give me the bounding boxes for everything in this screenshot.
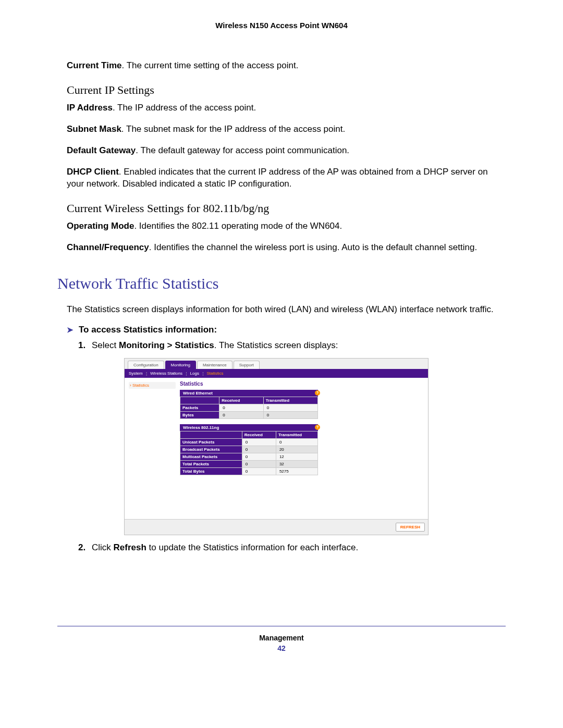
row-label: Packets [180, 404, 219, 412]
subnav-system[interactable]: System [129, 371, 143, 376]
wired-table: Received Transmitted Packets 0 0 Bytes [180, 397, 318, 419]
tab-monitoring[interactable]: Monitoring [165, 361, 196, 369]
step-2: 2. Click Refresh to update the Statistic… [92, 542, 506, 553]
row-tx: 0 [263, 412, 317, 419]
panel-title: Statistics [180, 381, 424, 387]
step-1: 1. Select Monitoring > Statistics. The S… [92, 340, 506, 535]
row-rx: 0 [242, 468, 276, 475]
default-gw-desc: Default Gateway. The default gateway for… [67, 145, 496, 157]
subnet-mask-desc: Subnet Mask. The subnet mask for the IP … [67, 124, 496, 135]
wireless-settings-heading: Current Wireless Settings for 802.11b/bg… [67, 202, 496, 215]
wired-col-received: Received [219, 397, 264, 404]
dhcp-term: DHCP Client [67, 167, 119, 177]
row-rx: 0 [219, 412, 264, 419]
row-label: Multicast Packets [180, 453, 242, 461]
table-row: Total Bytes 0 5275 [180, 468, 318, 475]
subnet-mask-text: . The subnet mask for the IP address of … [121, 124, 345, 134]
table-row: Broadcast Packets 0 20 [180, 446, 318, 453]
row-tx: 12 [276, 453, 317, 461]
wireless-col-received: Received [242, 431, 276, 439]
wired-col-transmitted: Transmitted [263, 397, 317, 404]
row-label: Bytes [180, 412, 219, 419]
row-label: Total Packets [180, 461, 242, 468]
subnet-mask-term: Subnet Mask [67, 124, 121, 134]
row-tx: 5275 [276, 468, 317, 475]
wired-ethernet-label: Wired Ethernet [183, 391, 213, 396]
row-rx: 0 [242, 461, 276, 468]
help-icon[interactable]: ? [315, 425, 320, 430]
table-row: Total Packets 0 32 [180, 461, 318, 468]
tab-maintenance[interactable]: Maintenance [197, 361, 232, 369]
dhcp-desc: DHCP Client. Enabled indicates that the … [67, 166, 496, 190]
row-tx: 0 [263, 404, 317, 412]
row-rx: 0 [242, 453, 276, 461]
step2-bold: Refresh [114, 542, 146, 552]
channel-desc: Channel/Frequency. Identifies the channe… [67, 242, 496, 254]
doc-header: Wireless N150 Access Point WN604 [57, 21, 506, 30]
step1-post: . The Statistics screen displays: [214, 340, 338, 350]
row-rx: 0 [219, 404, 264, 412]
access-procedure-heading: ➤To access Statistics information: [67, 325, 496, 335]
wireless-section: Wireless 802.11ng ? Received Transmitted [180, 424, 318, 475]
wireless-table: Received Transmitted Unicast Packets 0 0… [180, 431, 318, 475]
row-label: Broadcast Packets [180, 446, 242, 453]
statistics-panel: Statistics Wired Ethernet ? Received [178, 380, 426, 517]
row-label: Unicast Packets [180, 439, 242, 446]
shot-footer: REFRESH [125, 519, 428, 535]
row-tx: 0 [276, 439, 317, 446]
current-time-text: . The current time setting of the access… [122, 60, 299, 70]
table-row: Multicast Packets 0 12 [180, 453, 318, 461]
page-number: 42 [57, 644, 506, 652]
footer-section: Management [57, 634, 506, 642]
row-tx: 32 [276, 461, 317, 468]
step1-bold: Monitoring > Statistics [119, 340, 214, 350]
arrow-icon: ➤ [67, 325, 74, 334]
step2-post: to update the Statistics information for… [146, 542, 358, 552]
default-gw-term: Default Gateway [67, 145, 136, 155]
table-row: Unicast Packets 0 0 [180, 439, 318, 446]
ip-settings-heading: Current IP Settings [67, 83, 496, 97]
current-time-desc: Current Time. The current time setting o… [67, 60, 496, 72]
wired-col-blank [180, 397, 219, 404]
op-mode-text: . Identifies the 802.11 operating mode o… [134, 221, 342, 231]
op-mode-term: Operating Mode [67, 221, 134, 231]
channel-text: . Identifies the channel the wireless po… [149, 242, 477, 252]
stats-intro: The Statistics screen displays informati… [67, 304, 496, 316]
wireless-header: Wireless 802.11ng ? [180, 424, 318, 431]
network-traffic-heading: Network Traffic Statistics [57, 275, 506, 292]
subnav-statistics[interactable]: Statistics [206, 371, 223, 376]
ip-address-text: . The IP address of the access point. [113, 103, 256, 113]
help-icon[interactable]: ? [315, 390, 320, 396]
subnav-wireless-stations[interactable]: Wireless Stations [150, 371, 182, 376]
ip-address-term: IP Address [67, 103, 113, 113]
wireless-label: Wireless 802.11ng [183, 425, 219, 430]
wired-ethernet-header: Wired Ethernet ? [180, 390, 318, 397]
table-row: Packets 0 0 [180, 404, 318, 412]
op-mode-desc: Operating Mode. Identifies the 802.11 op… [67, 220, 496, 232]
sidebar: Statistics [127, 380, 178, 517]
dhcp-text: . Enabled indicates that the current IP … [67, 167, 488, 189]
access-label: To access Statistics information: [79, 325, 217, 335]
sub-nav: System ¦ Wireless Stations ¦ Logs ¦ Stat… [125, 369, 428, 378]
statistics-screenshot: Configuration Monitoring Maintenance Sup… [124, 358, 429, 535]
default-gw-text: . The default gateway for access point c… [136, 145, 349, 155]
wireless-col-blank [180, 431, 242, 439]
row-rx: 0 [242, 446, 276, 453]
tab-support[interactable]: Support [234, 361, 260, 369]
wireless-col-transmitted: Transmitted [276, 431, 317, 439]
sidebar-item-statistics[interactable]: Statistics [129, 382, 176, 389]
step1-pre: Select [92, 340, 119, 350]
refresh-button[interactable]: REFRESH [396, 523, 425, 532]
channel-term: Channel/Frequency [67, 242, 149, 252]
ip-address-desc: IP Address. The IP address of the access… [67, 102, 496, 114]
row-tx: 20 [276, 446, 317, 453]
row-rx: 0 [242, 439, 276, 446]
top-tabs: Configuration Monitoring Maintenance Sup… [125, 359, 428, 369]
wired-ethernet-section: Wired Ethernet ? Received Transmitted [180, 390, 318, 419]
table-row: Bytes 0 0 [180, 412, 318, 419]
row-label: Total Bytes [180, 468, 242, 475]
tab-configuration[interactable]: Configuration [128, 361, 164, 369]
subnav-logs[interactable]: Logs [190, 371, 199, 376]
step2-pre: Click [92, 542, 114, 552]
current-time-term: Current Time [67, 60, 122, 70]
